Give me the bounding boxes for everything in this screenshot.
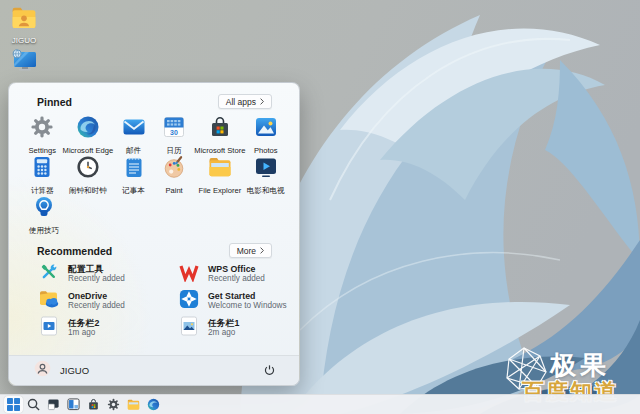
store-icon: [87, 398, 100, 411]
recommended-title: 任务栏2: [68, 318, 99, 328]
all-apps-button[interactable]: All apps: [218, 94, 272, 109]
user-folder-icon: [11, 5, 37, 35]
photos-icon: [254, 115, 278, 143]
chevron-right-icon: [260, 247, 264, 254]
widgets-icon: [67, 398, 80, 411]
taskbar-search-button[interactable]: [24, 396, 43, 413]
pinned-app-photos[interactable]: Photos: [245, 113, 286, 153]
recommended-subtitle: Recently added: [68, 274, 125, 284]
file-explorer-icon: [127, 398, 140, 411]
pinned-app-settings[interactable]: Settings: [22, 113, 63, 153]
config-tools-icon: [39, 262, 59, 286]
pinned-app-movies-tv[interactable]: 电影和电视: [245, 153, 286, 193]
start-menu-user-bar: JIGUO: [9, 355, 299, 385]
wps-icon: [179, 262, 199, 286]
taskbar-start-button[interactable]: [4, 396, 23, 413]
notepad-icon: [122, 155, 146, 183]
recommended-grid: 配置工具 Recently added WPS Office Recently …: [39, 263, 289, 339]
recommended-item-config-tools[interactable]: 配置工具 Recently added: [39, 263, 179, 285]
taskbar: [0, 394, 640, 414]
user-account-button[interactable]: JIGUO: [34, 360, 89, 381]
pinned-app-tips[interactable]: 使用技巧: [22, 193, 66, 233]
tips-icon: [32, 195, 56, 223]
settings-gear-icon: [107, 398, 120, 411]
screen: JIGUO Pinned All apps: [0, 0, 640, 414]
clock-icon: [76, 155, 100, 183]
power-button[interactable]: [259, 361, 279, 381]
taskbar-store-button[interactable]: [84, 396, 103, 413]
pinned-grid: Settings Microsoft Edge 邮件: [22, 113, 286, 193]
pinned-app-edge[interactable]: Microsoft Edge: [63, 113, 114, 153]
paint-icon: [162, 155, 186, 183]
pinned-app-calculator[interactable]: 计算器: [22, 153, 63, 193]
pinned-app-alarms-clock[interactable]: 闹钟和时钟: [63, 153, 114, 193]
more-button[interactable]: More: [229, 243, 272, 258]
pinned-app-mail[interactable]: 邮件: [113, 113, 154, 153]
desktop-icon-label: JIGUO: [12, 36, 36, 45]
recommended-title: WPS Office: [208, 264, 265, 274]
recommended-item-taskbar2-file[interactable]: 任务栏2 1m ago: [39, 317, 179, 339]
pinned-app-file-explorer[interactable]: File Explorer: [194, 153, 245, 193]
task-view-icon: [47, 398, 60, 411]
taskbar-widgets-button[interactable]: [64, 396, 83, 413]
user-name: JIGUO: [60, 365, 89, 376]
mail-icon: [122, 115, 146, 143]
recommended-title: 配置工具: [68, 264, 125, 274]
start-menu: Pinned All apps: [8, 82, 300, 386]
search-icon: [27, 398, 40, 411]
image-file-icon: [179, 316, 199, 340]
taskbar-task-view-button[interactable]: [44, 396, 63, 413]
taskbar-file-explorer-button[interactable]: [124, 396, 143, 413]
pinned-app-paint[interactable]: Paint: [154, 153, 195, 193]
desktop-icon-this-pc[interactable]: [2, 47, 46, 78]
recommended-item-taskbar1-file[interactable]: 任务栏1 2m ago: [179, 317, 289, 339]
recommended-item-wps-office[interactable]: WPS Office Recently added: [179, 263, 289, 285]
pinned-app-notepad[interactable]: 记事本: [113, 153, 154, 193]
recommended-title: 任务栏1: [208, 318, 239, 328]
this-pc-icon: [11, 47, 37, 77]
more-label: More: [237, 246, 256, 256]
windows-start-icon: [7, 398, 20, 411]
edge-icon: [76, 115, 100, 143]
onedrive-icon: [39, 289, 59, 313]
settings-icon: [30, 115, 54, 143]
svg-text:30: 30: [170, 129, 178, 136]
recommended-item-get-started[interactable]: Get Started Welcome to Windows: [179, 290, 289, 312]
get-started-icon: [179, 289, 199, 313]
recommended-title: Get Started: [208, 291, 287, 301]
recommended-title: OneDrive: [68, 291, 125, 301]
recommended-subtitle: 1m ago: [68, 328, 99, 338]
taskbar-settings-button[interactable]: [104, 396, 123, 413]
pinned-header: Pinned: [37, 96, 72, 108]
movies-tv-icon: [254, 155, 278, 183]
pinned-app-store[interactable]: Microsoft Store: [194, 113, 245, 153]
calendar-icon: 30: [162, 115, 186, 143]
file-explorer-icon: [208, 155, 232, 183]
chevron-right-icon: [260, 98, 264, 105]
all-apps-label: All apps: [226, 97, 256, 107]
taskbar-edge-button[interactable]: [144, 396, 163, 413]
pinned-app-calendar[interactable]: 30 日历: [154, 113, 195, 153]
recommended-subtitle: Recently added: [208, 274, 265, 284]
pinned-app-label: 使用技巧: [29, 226, 59, 236]
edge-icon: [147, 398, 160, 411]
video-file-icon: [39, 316, 59, 340]
calculator-icon: [30, 155, 54, 183]
recommended-header: Recommended: [37, 245, 112, 257]
recommended-subtitle: 2m ago: [208, 328, 239, 338]
store-icon: [208, 115, 232, 143]
recommended-item-onedrive[interactable]: OneDrive Recently added: [39, 290, 179, 312]
recommended-subtitle: Welcome to Windows: [208, 301, 287, 311]
pinned-grid-row3: 使用技巧: [22, 193, 286, 233]
desktop-icon-user-folder[interactable]: JIGUO: [2, 5, 46, 45]
user-avatar: [34, 360, 51, 381]
power-icon: [263, 364, 276, 377]
recommended-subtitle: Recently added: [68, 301, 125, 311]
